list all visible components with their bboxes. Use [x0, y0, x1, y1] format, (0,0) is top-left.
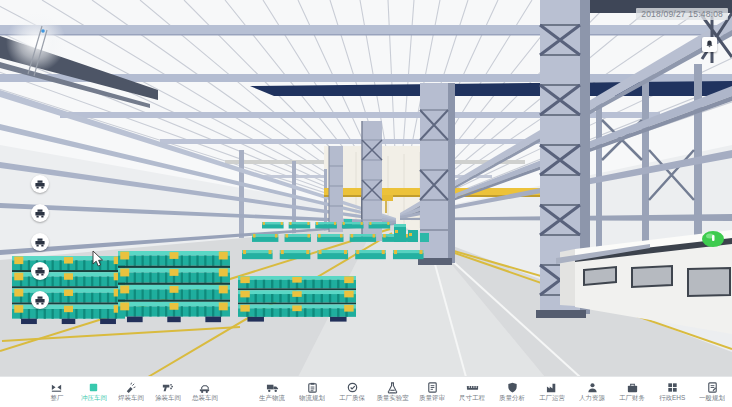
- building-grid-icon: [666, 381, 679, 393]
- briefcase-icon: [626, 381, 639, 393]
- toolbar-item-quality-review[interactable]: 质量评审: [412, 377, 452, 407]
- green-status-marker: [702, 231, 724, 247]
- flask-icon: [386, 381, 399, 393]
- toolbar-item-quality-lab[interactable]: 质量实验室: [372, 377, 412, 407]
- qa-badge-icon: [346, 381, 359, 393]
- truck-icon: [266, 381, 279, 393]
- plan-document-icon: [706, 381, 719, 393]
- press-machine-icon: [35, 235, 45, 250]
- bell-icon: [705, 37, 714, 52]
- toolbar-item-factory-qa[interactable]: 工厂质保: [332, 377, 372, 407]
- toolbar-item-welding-shop[interactable]: 焊装车间: [112, 377, 149, 407]
- press-machine-icon: [35, 293, 45, 308]
- toolbar-item-assembly-shop[interactable]: 总装车间: [186, 377, 223, 407]
- module-nav-group: 生产物流 物流规划 工厂质保 质量实验室 质量评审 尺寸工程: [252, 377, 732, 407]
- review-document-icon: [426, 381, 439, 393]
- machine-hotspot-button[interactable]: [31, 233, 49, 251]
- shield-icon: [506, 381, 519, 393]
- toolbar-item-factory-finance[interactable]: 工厂财务: [612, 377, 652, 407]
- machine-hotspot-button[interactable]: [31, 175, 49, 193]
- toolbar-item-dimensional-engineering[interactable]: 尺寸工程: [452, 377, 492, 407]
- bottom-toolbar: 整厂 冲压车间 焊装车间 涂装车间 总装车间 生产物流: [0, 376, 732, 407]
- workshop-nav-group: 整厂 冲压车间 焊装车间 涂装车间 总装车间: [0, 377, 223, 407]
- press-machine-icon: [35, 206, 45, 221]
- ruler-icon: [466, 381, 479, 393]
- digital-twin-app: 2018/09/27 15:48:08 整厂 冲压车间 焊装车间: [0, 0, 732, 407]
- notification-button[interactable]: [702, 37, 717, 52]
- 3d-viewport[interactable]: 2018/09/27 15:48:08: [0, 0, 732, 377]
- toolbar-item-human-resources[interactable]: 人力资源: [572, 377, 612, 407]
- assembly-line-icon: [198, 381, 211, 393]
- toolbar-item-stamping-shop[interactable]: 冲压车间: [75, 377, 112, 407]
- machine-hotspot-button[interactable]: [31, 262, 49, 280]
- press-machine-icon: [35, 264, 45, 279]
- clock-display: 2018/09/27 15:48:08: [636, 8, 728, 20]
- toolbar-item-general-planning[interactable]: 一般规划: [692, 377, 732, 407]
- machine-hotspot-button[interactable]: [31, 291, 49, 309]
- toolbar-item-quality-analysis[interactable]: 质量分析: [492, 377, 532, 407]
- welding-icon: [124, 381, 137, 393]
- toolbar-item-factory-operations[interactable]: 工厂运营: [532, 377, 572, 407]
- toolbar-item-paint-shop[interactable]: 涂装车间: [149, 377, 186, 407]
- clipboard-icon: [306, 381, 319, 393]
- factory-scene: [0, 0, 732, 377]
- whole-plant-icon: [50, 381, 63, 393]
- stamping-press-icon: [87, 381, 100, 393]
- person-icon: [586, 381, 599, 393]
- toolbar-item-logistics-planning[interactable]: 物流规划: [292, 377, 332, 407]
- factory-icon: [546, 381, 559, 393]
- toolbar-item-production-logistics[interactable]: 生产物流: [252, 377, 292, 407]
- toolbar-item-whole-plant[interactable]: 整厂: [38, 377, 75, 407]
- toolbar-item-admin-ehs[interactable]: 行政EHS: [652, 377, 692, 407]
- paint-spray-icon: [161, 381, 174, 393]
- press-machine-icon: [35, 177, 45, 192]
- machine-hotspot-button[interactable]: [31, 204, 49, 222]
